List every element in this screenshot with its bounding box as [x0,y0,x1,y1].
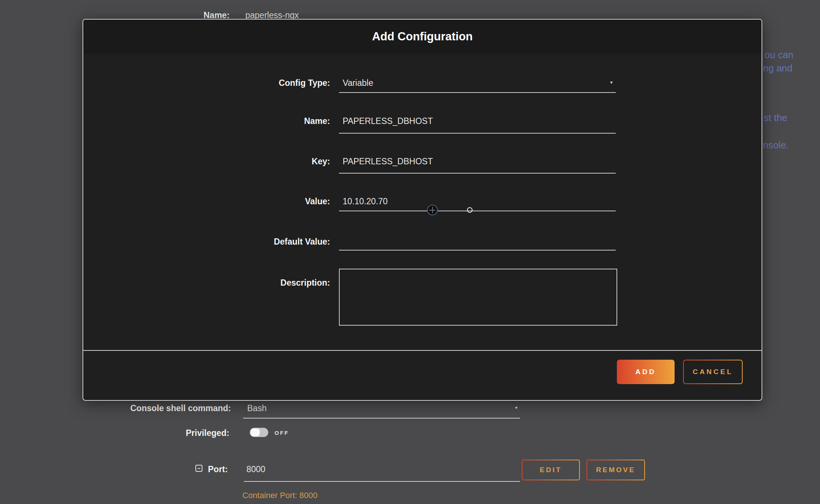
help-text-fragment: nsole. [763,140,789,151]
click-indicator-icon [467,207,473,213]
container-port-text: Container Port: 8000 [242,491,317,500]
port-value[interactable]: 8000 [246,464,265,474]
key-underline [339,173,616,174]
key-label: Key: [108,157,330,167]
description-label: Description: [108,278,330,288]
privileged-toggle-state: OFF [275,430,289,436]
port-label: Port: [208,464,228,474]
remove-button[interactable]: REMOVE [587,460,645,480]
chevron-down-icon[interactable]: ▾ [515,405,518,410]
footer-divider [83,350,762,351]
help-text-fragment: ou can [764,50,793,60]
help-text-fragment: ng and [763,63,793,74]
collapse-minus-icon[interactable] [195,465,202,472]
console-shell-command-label: Console shell command: [130,403,231,413]
toggle-knob [251,429,260,436]
name-label: Name: [108,116,330,126]
console-shell-command-underline [243,418,520,419]
privileged-label: Privileged: [186,428,229,438]
value-label: Value: [108,196,330,206]
add-button[interactable]: ADD [617,360,675,384]
value-underline [339,211,616,211]
dialog-header: Add Configuration [83,20,762,54]
config-type-label: Config Type: [108,78,330,88]
help-text-fragment: st the [764,112,787,123]
dialog-title: Add Configuration [372,30,473,43]
chevron-down-icon[interactable]: ▾ [610,80,613,85]
name-underline [339,133,616,134]
move-cursor-icon [427,205,438,215]
screen: Name: paperless-ngx ou can ng and st the… [0,0,820,504]
default-value-underline [339,250,616,251]
value-input[interactable]: 10.10.20.70 [343,196,388,206]
description-textarea[interactable] [339,269,617,326]
add-configuration-dialog: Add Configuration Config Type: Variable … [83,19,762,401]
default-value-label: Default Value: [108,237,330,247]
edit-button[interactable]: EDIT [522,460,580,480]
privileged-toggle[interactable] [250,428,268,437]
config-type-underline [339,92,616,93]
console-shell-command-select[interactable]: Bash [247,403,266,413]
cancel-button[interactable]: CANCEL [683,360,743,384]
key-input[interactable]: PAPERLESS_DBHOST [343,157,433,167]
config-type-select[interactable]: Variable [343,78,373,88]
name-input[interactable]: PAPERLESS_DBHOST [343,116,433,126]
port-underline [244,481,520,482]
